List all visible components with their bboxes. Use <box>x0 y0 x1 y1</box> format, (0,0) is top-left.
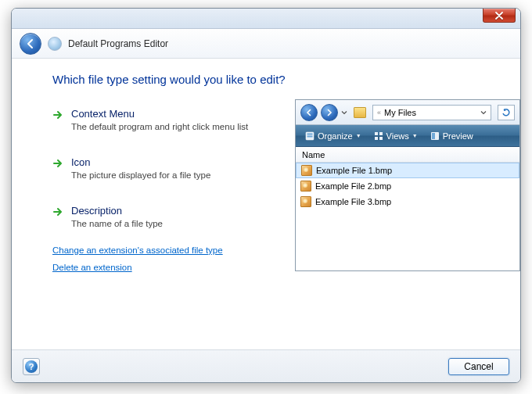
views-label: Views <box>386 131 409 141</box>
folder-icon <box>354 107 366 118</box>
help-button[interactable]: ? <box>23 358 40 375</box>
svg-rect-2 <box>307 135 313 137</box>
option-title: Context Menu <box>71 108 248 120</box>
views-button[interactable]: Views ▼ <box>369 130 422 142</box>
chevron-down-icon: ▼ <box>412 133 418 138</box>
svg-rect-1 <box>307 133 313 134</box>
file-row[interactable]: Example File 1.bmp <box>296 163 519 178</box>
help-icon: ? <box>25 360 38 373</box>
option-subtitle: The picture displayed for a file type <box>71 170 210 181</box>
svg-rect-6 <box>379 137 383 140</box>
refresh-icon <box>501 108 511 117</box>
arrow-left-icon <box>305 109 313 116</box>
arrow-right-icon <box>52 206 63 217</box>
header-bar: Default Programs Editor <box>12 29 520 59</box>
svg-rect-5 <box>375 137 378 140</box>
breadcrumb[interactable]: « My Files <box>372 105 491 120</box>
file-name: Example File 2.bmp <box>315 181 391 191</box>
file-row[interactable]: Example File 3.bmp <box>296 194 519 210</box>
bmp-file-icon <box>300 181 311 192</box>
option-subtitle: The name of a file type <box>71 218 163 230</box>
file-row[interactable]: Example File 2.bmp <box>296 178 519 194</box>
column-headers[interactable]: Name <box>296 147 519 163</box>
svg-rect-3 <box>375 132 378 135</box>
close-button[interactable] <box>483 9 516 23</box>
dialog-window: Default Programs Editor Which file type … <box>11 8 521 383</box>
refresh-button[interactable] <box>498 105 515 120</box>
bmp-file-icon <box>301 165 312 176</box>
arrow-left-icon <box>25 38 36 49</box>
organize-icon <box>305 131 315 141</box>
footer: ? Cancel <box>12 349 520 382</box>
preview-icon <box>430 131 440 141</box>
preview-label: Preview <box>443 131 473 141</box>
explorer-preview: « My Files Organize ▼ <box>295 99 520 271</box>
content-area: Which file type setting would you like t… <box>12 59 520 349</box>
svg-rect-8 <box>432 133 435 139</box>
organize-label: Organize <box>318 131 353 141</box>
file-name: Example File 3.bmp <box>315 197 391 206</box>
titlebar <box>12 9 520 29</box>
arrow-right-icon <box>325 109 333 116</box>
bmp-file-icon <box>300 196 311 207</box>
arrow-right-icon <box>52 109 63 120</box>
close-icon <box>495 12 503 20</box>
preview-toolbar: Organize ▼ Views ▼ Preview <box>296 125 519 147</box>
chevron-down-icon <box>480 109 487 116</box>
page-heading: Which file type setting would you like t… <box>52 73 501 86</box>
window-title: Default Programs Editor <box>68 38 168 49</box>
preview-nav: « My Files <box>296 100 519 125</box>
arrow-right-icon <box>52 158 63 169</box>
option-description[interactable]: Description The name of a file type <box>52 205 271 230</box>
breadcrumb-prefix: « <box>377 109 381 116</box>
cancel-button[interactable]: Cancel <box>448 358 509 375</box>
svg-rect-4 <box>379 132 383 135</box>
option-context-menu[interactable]: Context Menu The default program and rig… <box>52 108 271 133</box>
file-name: Example File 1.bmp <box>316 166 392 175</box>
app-icon <box>48 37 62 51</box>
option-title: Description <box>71 205 163 217</box>
chevron-down-icon[interactable] <box>341 109 347 116</box>
views-icon <box>374 131 383 141</box>
option-subtitle: The default program and right click menu… <box>71 121 248 133</box>
chevron-down-icon: ▼ <box>356 133 361 138</box>
preview-back-button[interactable] <box>300 104 318 121</box>
preview-forward-button[interactable] <box>321 104 338 121</box>
organize-button[interactable]: Organize ▼ <box>300 130 366 142</box>
col-name: Name <box>302 150 325 159</box>
preview-button[interactable]: Preview <box>426 130 478 142</box>
cancel-label: Cancel <box>464 361 493 372</box>
breadcrumb-folder: My Files <box>384 108 416 117</box>
back-button[interactable] <box>20 33 41 55</box>
option-icon[interactable]: Icon The picture displayed for a file ty… <box>52 156 271 181</box>
option-title: Icon <box>71 156 210 168</box>
